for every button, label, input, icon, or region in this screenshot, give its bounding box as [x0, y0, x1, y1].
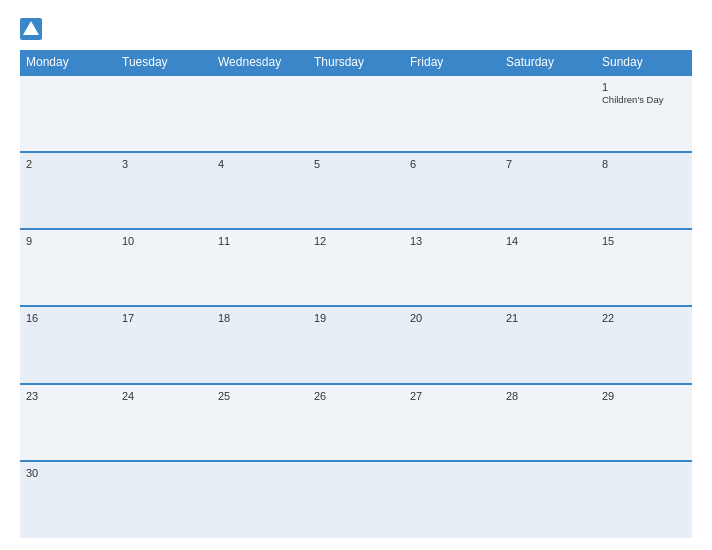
day-number: 2: [26, 158, 110, 170]
calendar-row: 23242526272829: [20, 384, 692, 461]
calendar-cell: 5: [308, 152, 404, 229]
calendar-cell: 19: [308, 306, 404, 383]
day-number: 25: [218, 390, 302, 402]
calendar-cell: [500, 75, 596, 152]
day-number: 18: [218, 312, 302, 324]
calendar-cell: 7: [500, 152, 596, 229]
day-number: 15: [602, 235, 686, 247]
calendar-cell: [116, 461, 212, 538]
calendar-cell: 29: [596, 384, 692, 461]
calendar-cell: 14: [500, 229, 596, 306]
day-number: 11: [218, 235, 302, 247]
day-number: 29: [602, 390, 686, 402]
calendar-cell: 30: [20, 461, 116, 538]
calendar-cell: [212, 75, 308, 152]
day-number: 5: [314, 158, 398, 170]
calendar-cell: 20: [404, 306, 500, 383]
day-number: 26: [314, 390, 398, 402]
calendar-header-row: MondayTuesdayWednesdayThursdayFridaySatu…: [20, 50, 692, 75]
calendar-row: 30: [20, 461, 692, 538]
calendar-cell: 4: [212, 152, 308, 229]
calendar-cell: 8: [596, 152, 692, 229]
day-number: 10: [122, 235, 206, 247]
day-number: 8: [602, 158, 686, 170]
day-number: 6: [410, 158, 494, 170]
calendar-cell: 6: [404, 152, 500, 229]
col-header-tuesday: Tuesday: [116, 50, 212, 75]
calendar-cell: 24: [116, 384, 212, 461]
day-number: 14: [506, 235, 590, 247]
day-number: 28: [506, 390, 590, 402]
calendar-cell: 17: [116, 306, 212, 383]
col-header-saturday: Saturday: [500, 50, 596, 75]
calendar-table: MondayTuesdayWednesdayThursdayFridaySatu…: [20, 50, 692, 538]
calendar-cell: 9: [20, 229, 116, 306]
calendar-cell: 21: [500, 306, 596, 383]
day-number: 20: [410, 312, 494, 324]
col-header-wednesday: Wednesday: [212, 50, 308, 75]
calendar-cell: [596, 461, 692, 538]
calendar-cell: [500, 461, 596, 538]
calendar-cell: 15: [596, 229, 692, 306]
calendar-cell: [20, 75, 116, 152]
calendar-row: 1Children's Day: [20, 75, 692, 152]
day-number: 1: [602, 81, 686, 93]
holiday-label: Children's Day: [602, 94, 686, 105]
calendar-cell: 10: [116, 229, 212, 306]
calendar-cell: [308, 75, 404, 152]
calendar-cell: 12: [308, 229, 404, 306]
calendar-cell: 23: [20, 384, 116, 461]
calendar-cell: [404, 75, 500, 152]
calendar-header: [20, 18, 692, 40]
day-number: 7: [506, 158, 590, 170]
day-number: 17: [122, 312, 206, 324]
calendar-cell: 28: [500, 384, 596, 461]
calendar-cell: 22: [596, 306, 692, 383]
calendar-row: 16171819202122: [20, 306, 692, 383]
day-number: 23: [26, 390, 110, 402]
calendar-page: MondayTuesdayWednesdayThursdayFridaySatu…: [0, 0, 712, 550]
calendar-cell: 27: [404, 384, 500, 461]
calendar-cell: [404, 461, 500, 538]
day-number: 9: [26, 235, 110, 247]
calendar-cell: 26: [308, 384, 404, 461]
day-number: 27: [410, 390, 494, 402]
day-number: 13: [410, 235, 494, 247]
day-number: 4: [218, 158, 302, 170]
day-number: 30: [26, 467, 110, 479]
calendar-cell: 1Children's Day: [596, 75, 692, 152]
day-number: 21: [506, 312, 590, 324]
day-number: 19: [314, 312, 398, 324]
day-number: 24: [122, 390, 206, 402]
day-number: 12: [314, 235, 398, 247]
calendar-cell: 16: [20, 306, 116, 383]
calendar-row: 2345678: [20, 152, 692, 229]
calendar-cell: 3: [116, 152, 212, 229]
col-header-monday: Monday: [20, 50, 116, 75]
col-header-sunday: Sunday: [596, 50, 692, 75]
day-number: 3: [122, 158, 206, 170]
calendar-row: 9101112131415: [20, 229, 692, 306]
day-number: 22: [602, 312, 686, 324]
logo: [20, 18, 45, 40]
calendar-cell: 2: [20, 152, 116, 229]
calendar-cell: 25: [212, 384, 308, 461]
calendar-cell: [308, 461, 404, 538]
calendar-cell: 13: [404, 229, 500, 306]
col-header-thursday: Thursday: [308, 50, 404, 75]
logo-icon: [20, 18, 42, 40]
calendar-cell: 18: [212, 306, 308, 383]
day-number: 16: [26, 312, 110, 324]
col-header-friday: Friday: [404, 50, 500, 75]
calendar-cell: [116, 75, 212, 152]
calendar-cell: [212, 461, 308, 538]
calendar-cell: 11: [212, 229, 308, 306]
